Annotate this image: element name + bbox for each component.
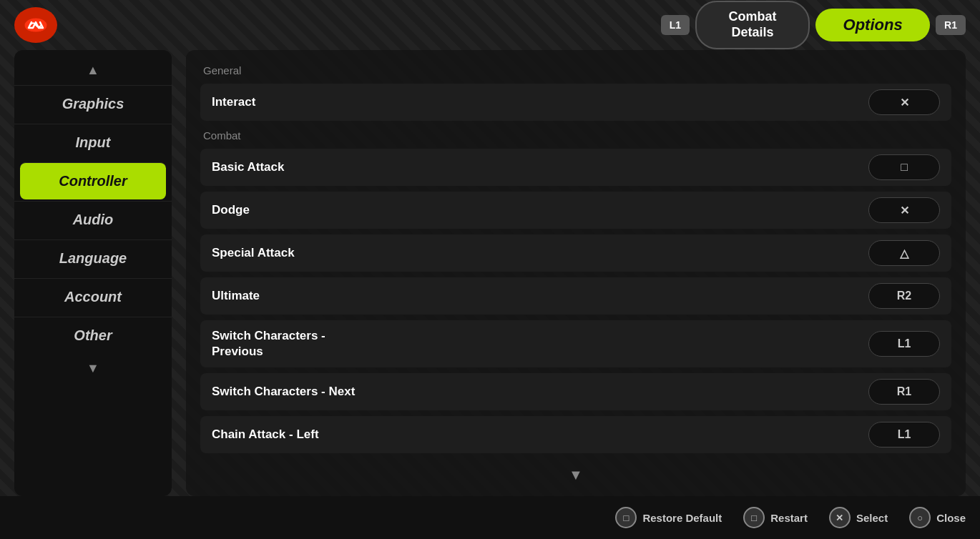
- restart-label: Restart: [770, 512, 808, 524]
- main-layout: ▲ Graphics Input Controller Audio Langua…: [0, 50, 980, 496]
- logo: [14, 7, 57, 43]
- content-scroll-down[interactable]: ▼: [569, 461, 583, 489]
- close-icon: ○: [909, 507, 931, 528]
- binding-interact[interactable]: Interact ✕: [200, 84, 951, 121]
- chevron-up-icon: ▲: [87, 63, 99, 78]
- binding-switch-prev-name: Switch Characters -Previous: [212, 328, 868, 360]
- section-combat-label: Combat: [203, 129, 951, 142]
- binding-switch-next-key: R1: [868, 379, 940, 405]
- footer-restart[interactable]: □ Restart: [743, 507, 808, 528]
- sidebar-item-graphics[interactable]: Graphics: [14, 85, 172, 122]
- binding-basic-attack-key: □: [868, 154, 940, 180]
- binding-switch-prev-key: L1: [868, 331, 940, 357]
- binding-ultimate[interactable]: Ultimate R2: [200, 277, 951, 315]
- binding-chain-left-name: Chain Attack - Left: [212, 427, 868, 442]
- sidebar-item-audio[interactable]: Audio: [14, 201, 172, 238]
- content-panel: General Interact ✕ Combat Basic Attack □…: [186, 50, 966, 496]
- binding-interact-name: Interact: [212, 95, 868, 109]
- select-icon: ✕: [829, 507, 851, 528]
- options-button[interactable]: Options: [815, 9, 930, 41]
- combat-details-button[interactable]: CombatDetails: [695, 1, 810, 49]
- binding-dodge-name: Dodge: [212, 203, 868, 217]
- sidebar-scroll-down[interactable]: ▼: [14, 355, 172, 382]
- binding-dodge-key: ✕: [868, 197, 940, 223]
- section-general-label: General: [203, 64, 951, 76]
- header: L1 CombatDetails Options R1: [0, 0, 980, 50]
- binding-chain-left[interactable]: Chain Attack - Left L1: [200, 416, 951, 453]
- binding-switch-prev[interactable]: Switch Characters -Previous L1: [200, 320, 951, 367]
- binding-basic-attack[interactable]: Basic Attack □: [200, 149, 951, 186]
- sidebar-item-controller[interactable]: Controller: [20, 162, 166, 199]
- binding-switch-next-name: Switch Characters - Next: [212, 385, 868, 399]
- footer-restore-default[interactable]: □ Restore Default: [615, 507, 722, 528]
- chevron-down-icon: ▼: [87, 361, 99, 376]
- footer-close[interactable]: ○ Close: [909, 507, 966, 528]
- close-label: Close: [936, 512, 966, 524]
- sidebar-item-input[interactable]: Input: [14, 124, 172, 161]
- binding-special-attack[interactable]: Special Attack △: [200, 234, 951, 272]
- header-controls: L1 CombatDetails Options R1: [661, 1, 966, 49]
- sidebar: ▲ Graphics Input Controller Audio Langua…: [14, 50, 172, 496]
- binding-special-attack-key: △: [868, 240, 940, 266]
- r1-button[interactable]: R1: [936, 15, 966, 35]
- binding-switch-next[interactable]: Switch Characters - Next R1: [200, 373, 951, 410]
- binding-special-attack-name: Special Attack: [212, 246, 868, 260]
- l1-button[interactable]: L1: [661, 15, 690, 35]
- footer-select[interactable]: ✕ Select: [829, 507, 888, 528]
- binding-chain-left-key: L1: [868, 422, 940, 447]
- binding-ultimate-key: R2: [868, 283, 940, 309]
- binding-dodge[interactable]: Dodge ✕: [200, 192, 951, 229]
- sidebar-item-account[interactable]: Account: [14, 278, 172, 315]
- binding-ultimate-name: Ultimate: [212, 289, 868, 303]
- restore-default-label: Restore Default: [642, 512, 722, 524]
- binding-interact-key: ✕: [868, 89, 940, 115]
- binding-basic-attack-name: Basic Attack: [212, 160, 868, 174]
- sidebar-scroll-up[interactable]: ▲: [14, 57, 172, 84]
- chevron-down-icon: ▼: [569, 467, 583, 483]
- sidebar-item-language[interactable]: Language: [14, 239, 172, 277]
- sidebar-item-other[interactable]: Other: [14, 317, 172, 354]
- select-label: Select: [856, 512, 888, 524]
- restore-default-icon: □: [615, 507, 637, 528]
- restart-icon: □: [743, 507, 765, 528]
- footer: □ Restore Default □ Restart ✕ Select ○ C…: [0, 496, 980, 539]
